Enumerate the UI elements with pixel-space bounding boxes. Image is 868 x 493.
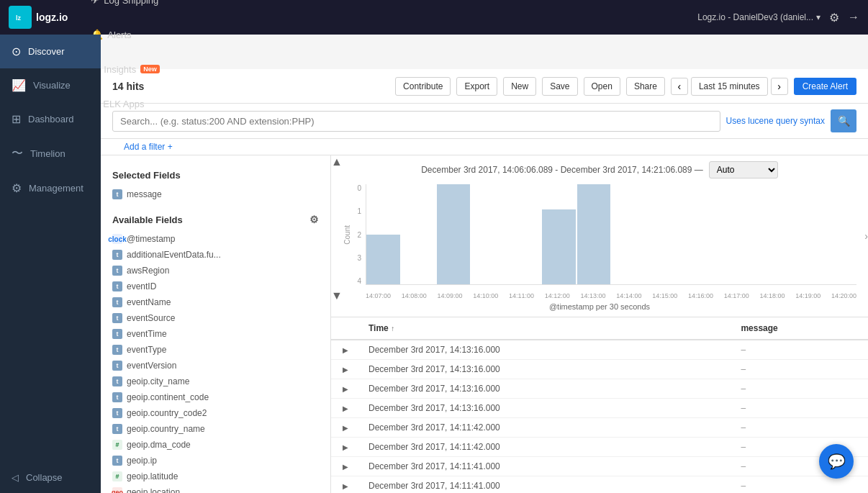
sidebar-item-timelion[interactable]: 〜 Timelion xyxy=(0,136,101,171)
chart-bar[interactable] xyxy=(437,184,471,284)
table-row: ▶ December 3rd 2017, 14:13:16.000 – xyxy=(331,379,868,399)
expand-cell[interactable]: ▶ xyxy=(331,476,360,494)
share-button[interactable]: Share xyxy=(626,77,665,96)
table-row: ▶ December 3rd 2017, 14:13:16.000 – xyxy=(331,399,868,418)
search-bar: Uses lucene query syntax 🔍 xyxy=(101,104,868,139)
time-navigation: ‹ Last 15 minutes › xyxy=(671,77,788,96)
create-alert-button[interactable]: Create Alert xyxy=(794,78,856,95)
user-info[interactable]: Logz.io - DanielDev3 (daniel... ▾ xyxy=(697,12,820,22)
chart-interval-select[interactable]: Auto 1 second 30 seconds 1 minute xyxy=(709,161,778,178)
row-expand-btn[interactable]: ▶ xyxy=(340,364,351,375)
available-field-eventVersion[interactable]: t eventVersion xyxy=(101,358,330,374)
table-row: ▶ December 3rd 2017, 14:11:42.000 – xyxy=(331,418,868,438)
row-expand-btn[interactable]: ▶ xyxy=(340,442,351,453)
expand-cell[interactable]: ▶ xyxy=(331,340,360,360)
message-cell: – xyxy=(732,418,868,438)
time-prev-button[interactable]: ‹ xyxy=(671,78,688,95)
available-field-eventSource[interactable]: t eventSource xyxy=(101,310,330,326)
row-expand-btn[interactable]: ▶ xyxy=(340,384,351,394)
expand-cell[interactable]: ▶ xyxy=(331,457,360,476)
chart-bar[interactable] xyxy=(366,235,400,285)
chart-y-label: 1 xyxy=(343,207,361,215)
sidebar-label-discover: Discover xyxy=(28,46,65,57)
time-cell: December 3rd 2017, 14:13:16.000 xyxy=(360,399,732,418)
field-type-badge: t xyxy=(112,361,122,371)
available-field-geoip-location[interactable]: geo geoip.location xyxy=(101,484,330,493)
chart-collapse-icon[interactable]: ▲ xyxy=(331,155,343,168)
time-range-label[interactable]: Last 15 minutes xyxy=(691,77,768,96)
available-field-geoip-city_name[interactable]: t geoip.city_name xyxy=(101,374,330,389)
expand-cell[interactable]: ▶ xyxy=(331,438,360,457)
fields-gear-icon[interactable]: ⚙ xyxy=(309,214,319,225)
logo[interactable]: lz logz.io xyxy=(9,6,68,29)
sidebar-item-management[interactable]: ⚙ Management xyxy=(0,171,101,205)
user-name: Logz.io - DanielDev3 (daniel... xyxy=(697,12,813,22)
message-cell: – xyxy=(732,340,868,360)
search-input[interactable] xyxy=(112,111,720,132)
search-button[interactable]: 🔍 xyxy=(831,109,856,132)
sidebar-collapse[interactable]: ◁ Collapse xyxy=(0,462,101,493)
chart-y-axis: 43210 xyxy=(343,184,364,285)
add-filter-link[interactable]: Add a filter + xyxy=(112,139,184,155)
time-next-button[interactable]: › xyxy=(771,78,788,95)
sidebar: ⊙ Discover 📈 Visualize ⊞ Dashboard 〜 Tim… xyxy=(0,35,101,493)
time-col-label: Time xyxy=(369,323,389,333)
available-field-geoip-latitude[interactable]: # geoip.latitude xyxy=(101,469,330,484)
available-field-geoip-dma_code[interactable]: # geoip.dma_code xyxy=(101,437,330,453)
lucene-link[interactable]: Uses lucene query syntax xyxy=(726,116,825,126)
nav-tab-log-shipping[interactable]: ✈Log Shipping xyxy=(79,0,171,17)
chart-bar[interactable] xyxy=(577,184,611,284)
chart-x-label: 14:14:00 xyxy=(616,292,641,299)
sidebar-label-management: Management xyxy=(29,183,83,194)
available-field-additionalEventData-fu---[interactable]: t additionalEventData.fu... xyxy=(101,247,330,263)
available-field-geoip-ip[interactable]: t geoip.ip xyxy=(101,453,330,469)
chart-area: ▲ December 3rd 2017, 14:06:06.089 - Dece… xyxy=(331,155,868,317)
available-field-geoip-country_name[interactable]: t geoip.country_name xyxy=(101,421,330,437)
left-panel: Selected Fields t message Available Fiel… xyxy=(101,155,331,493)
expand-cell[interactable]: ▶ xyxy=(331,399,360,418)
settings-icon[interactable]: ⚙ xyxy=(829,11,839,24)
selected-fields: t message xyxy=(101,186,330,202)
sidebar-item-discover[interactable]: ⊙ Discover xyxy=(0,35,101,68)
field-type-badge: t xyxy=(112,297,122,307)
content-area: Selected Fields t message Available Fiel… xyxy=(101,155,868,493)
available-field-eventType[interactable]: t eventType xyxy=(101,342,330,358)
available-field-eventID[interactable]: t eventID xyxy=(101,279,330,294)
export-button[interactable]: Export xyxy=(456,77,497,96)
chat-bubble[interactable]: 💬 xyxy=(819,444,854,479)
row-expand-btn[interactable]: ▶ xyxy=(340,403,351,414)
message-cell: – xyxy=(732,360,868,379)
chart-expand-icon[interactable]: ▼ xyxy=(331,289,343,302)
profile-icon[interactable]: → xyxy=(848,11,859,24)
expand-cell[interactable]: ▶ xyxy=(331,379,360,399)
chart-x-label: 14:07:00 xyxy=(366,292,391,299)
expand-cell[interactable]: ▶ xyxy=(331,360,360,379)
time-col-header[interactable]: Time ↑ xyxy=(360,317,732,340)
row-expand-btn[interactable]: ▶ xyxy=(340,461,351,472)
sidebar-item-dashboard[interactable]: ⊞ Dashboard xyxy=(0,102,101,136)
field-name: geoip.dma_code xyxy=(127,440,191,450)
time-cell: December 3rd 2017, 14:13:16.000 xyxy=(360,379,732,399)
available-field-eventTime[interactable]: t eventTime xyxy=(101,326,330,342)
chart-right-arrow: › xyxy=(864,230,868,242)
row-expand-btn[interactable]: ▶ xyxy=(340,422,351,433)
available-field-geoip-continent_code[interactable]: t geoip.continent_code xyxy=(101,389,330,405)
available-field-@timestamp[interactable]: clock @timestamp xyxy=(101,231,330,247)
chart-bar[interactable] xyxy=(542,209,576,284)
sidebar-item-visualize[interactable]: 📈 Visualize xyxy=(0,68,101,102)
new-button[interactable]: New xyxy=(503,77,536,96)
sidebar-icon-management: ⚙ xyxy=(12,181,22,195)
user-dropdown-icon: ▾ xyxy=(816,12,820,22)
available-field-eventName[interactable]: t eventName xyxy=(101,294,330,310)
nav-tab-label-alerts: Alerts xyxy=(107,30,131,40)
save-button[interactable]: Save xyxy=(542,77,577,96)
expand-cell[interactable]: ▶ xyxy=(331,418,360,438)
available-field-awsRegion[interactable]: t awsRegion xyxy=(101,263,330,279)
contribute-button[interactable]: Contribute xyxy=(395,77,451,96)
row-expand-btn[interactable]: ▶ xyxy=(340,481,351,492)
open-button[interactable]: Open xyxy=(584,77,620,96)
chart-x-labels: 14:07:0014:08:0014:09:0014:10:0014:11:00… xyxy=(366,292,856,299)
row-expand-btn[interactable]: ▶ xyxy=(340,345,351,356)
available-field-geoip-country_code2[interactable]: t geoip.country_code2 xyxy=(101,405,330,421)
selected-field-message[interactable]: t message xyxy=(101,186,330,202)
